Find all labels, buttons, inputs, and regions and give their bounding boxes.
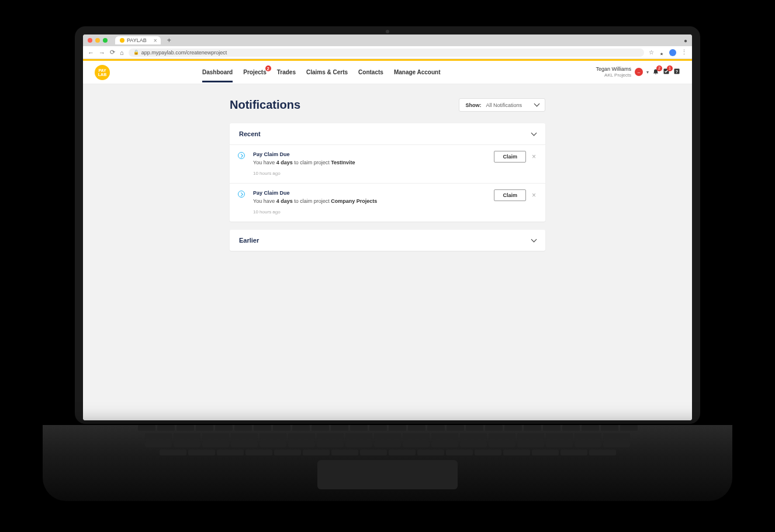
notification-item: Pay Claim Due You have 4 days to claim p… <box>230 144 545 183</box>
section-recent: Recent Pay Claim Due You have 4 days to … <box>230 123 545 222</box>
home-icon[interactable]: ⌂ <box>120 49 124 56</box>
screen: PAYLAB × + ● ← → ⟳ ⌂ 🔒 app.mypaylab.com/… <box>83 34 692 420</box>
forward-icon[interactable]: → <box>99 49 105 56</box>
notification-body: Pay Claim Due You have 4 days to claim p… <box>253 189 377 216</box>
browser-toolbar: ← → ⟳ ⌂ 🔒 app.mypaylab.com/createnewproj… <box>83 46 692 59</box>
laptop-frame: PAYLAB × + ● ← → ⟳ ⌂ 🔒 app.mypaylab.com/… <box>43 26 732 506</box>
camera <box>386 30 389 33</box>
section-earlier-header[interactable]: Earlier <box>230 230 545 251</box>
notification-body: Pay Claim Due You have 4 days to claim p… <box>253 151 355 177</box>
tab-close-icon[interactable]: × <box>154 37 157 44</box>
extensions-icon[interactable] <box>659 50 665 56</box>
notification-title: Pay Claim Due <box>253 151 355 159</box>
user-name-block: Tegan Williams AKL Projects <box>596 66 631 78</box>
bell-badge: 2 <box>656 65 662 71</box>
tasks-icon[interactable]: 1 <box>663 68 670 77</box>
notification-actions: Claim × <box>494 189 536 201</box>
nav-dashboard[interactable]: Dashboard <box>202 62 233 82</box>
paylab-logo[interactable]: PAY LAB <box>95 65 110 80</box>
favicon-icon <box>120 38 124 43</box>
notification-actions: Claim × <box>494 151 536 163</box>
filter-dropdown[interactable]: Show: All Notifications <box>459 98 545 112</box>
dismiss-icon[interactable]: × <box>532 153 536 161</box>
nav-manage-account[interactable]: Manage Account <box>394 62 441 82</box>
screen-bezel: PAYLAB × + ● ← → ⟳ ⌂ 🔒 app.mypaylab.com/… <box>75 26 700 424</box>
notification-message: You have 4 days to claim project Company… <box>253 198 377 206</box>
tasks-badge: 1 <box>667 65 673 71</box>
browser-menu-icon[interactable]: ● <box>684 37 687 44</box>
user-menu-caret-icon[interactable]: ▾ <box>646 70 649 75</box>
section-earlier: Earlier <box>230 230 545 251</box>
window-min-icon[interactable] <box>95 38 100 43</box>
trackpad <box>317 460 458 489</box>
projects-badge: 2 <box>265 65 271 71</box>
chevron-down-icon <box>532 130 536 137</box>
page-header: Notifications Show: All Notifications <box>230 98 545 112</box>
browser-tab-strip: PAYLAB × + ● <box>83 34 692 46</box>
section-recent-header[interactable]: Recent <box>230 123 545 144</box>
back-icon[interactable]: ← <box>88 49 94 56</box>
chevron-down-icon <box>535 102 539 108</box>
filter-value: All Notifications <box>486 102 522 108</box>
new-tab-button[interactable]: + <box>167 36 171 44</box>
dismiss-icon[interactable]: × <box>532 191 536 199</box>
user-area: Tegan Williams AKL Projects – ▾ 2 1 ? <box>596 66 680 78</box>
claim-button[interactable]: Claim <box>494 189 526 201</box>
notification-item: Pay Claim Due You have 4 days to claim p… <box>230 183 545 222</box>
notification-title: Pay Claim Due <box>253 189 377 198</box>
claim-button[interactable]: Claim <box>494 151 526 163</box>
notification-time: 10 hours ago <box>253 209 377 216</box>
browser-kebab-icon[interactable]: ⋮ <box>681 49 687 56</box>
page-body: Notifications Show: All Notifications Re… <box>83 84 692 420</box>
browser-tab[interactable]: PAYLAB × <box>115 36 161 44</box>
svg-text:?: ? <box>676 69 678 73</box>
window-max-icon[interactable] <box>103 38 108 43</box>
filter-label: Show: <box>465 102 481 108</box>
nav-claims-certs[interactable]: Claims & Certs <box>306 62 348 82</box>
reload-icon[interactable]: ⟳ <box>110 49 115 56</box>
nav-trades[interactable]: Trades <box>277 62 296 82</box>
tab-title: PAYLAB <box>127 37 147 43</box>
profile-icon[interactable] <box>669 49 676 56</box>
lock-icon: 🔒 <box>133 50 139 55</box>
user-avatar-icon[interactable]: – <box>635 68 643 76</box>
section-recent-title: Recent <box>239 130 261 137</box>
bell-icon[interactable]: 2 <box>652 68 659 77</box>
address-bar[interactable]: 🔒 app.mypaylab.com/createnewproject <box>129 49 644 57</box>
user-name: Tegan Williams <box>596 66 631 72</box>
laptop-base <box>43 425 732 501</box>
clock-arrow-icon <box>238 191 245 198</box>
help-icon[interactable]: ? <box>673 68 680 77</box>
chevron-down-icon <box>532 237 536 244</box>
app-navbar: PAY LAB Dashboard Projects2 Trades Claim… <box>83 61 692 84</box>
clock-arrow-icon <box>238 152 245 159</box>
notification-message: You have 4 days to claim project TestInv… <box>253 159 355 167</box>
bookmark-icon[interactable]: ☆ <box>649 49 654 56</box>
section-earlier-title: Earlier <box>239 237 259 244</box>
url-text: app.mypaylab.com/createnewproject <box>141 50 227 56</box>
window-close-icon[interactable] <box>88 38 92 43</box>
page-title: Notifications <box>230 98 300 112</box>
nav-contacts[interactable]: Contacts <box>358 62 383 82</box>
notification-time: 10 hours ago <box>253 170 355 177</box>
user-org: AKL Projects <box>596 72 631 78</box>
nav-projects[interactable]: Projects2 <box>243 62 266 82</box>
